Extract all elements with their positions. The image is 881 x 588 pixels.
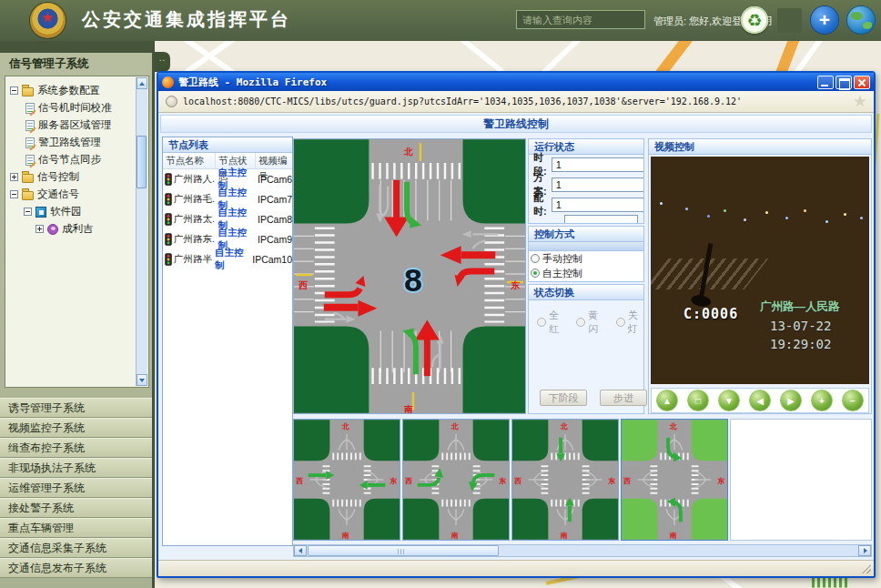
ptz-zoom-out-button[interactable]: − xyxy=(842,390,864,411)
radio-icon[interactable] xyxy=(576,318,585,327)
sidebar-menu-item[interactable]: 非现场执法子系统 xyxy=(0,458,152,478)
tree-item-label[interactable]: 交通信号 xyxy=(37,188,79,201)
sidebar-collapse-tab[interactable]: .. xyxy=(155,52,170,72)
tree-item-label[interactable]: 服务器区域管理 xyxy=(38,118,112,132)
tree: 系统参数配置 信号机时间校准 服务器区域管理 警卫路线管理 信号节点同步 xyxy=(10,82,134,238)
collapse-icon[interactable] xyxy=(10,86,18,95)
node-name[interactable]: 广州路毛... xyxy=(163,193,215,206)
sidebar-menu-item[interactable]: 交通信息发布子系统 xyxy=(0,558,152,578)
scroll-down-icon[interactable] xyxy=(137,374,147,386)
window-titlebar[interactable]: 警卫路线 - Mozilla Firefox xyxy=(158,73,874,91)
app-title: 公安交通集成指挥平台 xyxy=(82,7,291,32)
phase-thumb-1[interactable]: 北 西 东 南 xyxy=(293,419,400,541)
partial-field-input[interactable] xyxy=(564,215,638,224)
tree-item-label[interactable]: 软件园 xyxy=(50,205,82,218)
tree-item-system-params[interactable]: 系统参数配置 xyxy=(10,82,134,99)
phase-thumb-3[interactable]: 北 西 东 南 xyxy=(511,419,619,541)
maximize-button[interactable] xyxy=(835,76,852,89)
field-input[interactable] xyxy=(552,157,644,172)
tree-item-signal-control[interactable]: 信号控制 xyxy=(10,168,134,186)
svg-text:西: 西 xyxy=(405,477,412,485)
node-status[interactable]: 自主控制 xyxy=(212,247,249,272)
radio-icon[interactable] xyxy=(531,269,540,278)
bookmark-star-icon[interactable] xyxy=(854,96,866,108)
ptz-zoom-in-button[interactable]: + xyxy=(811,390,833,411)
refresh-icon[interactable]: ♻ xyxy=(741,6,768,34)
node-name[interactable]: 广州路太... xyxy=(163,213,215,226)
radio-icon[interactable] xyxy=(531,254,540,263)
expand-icon[interactable] xyxy=(35,225,44,233)
node-name[interactable]: 广州路人... xyxy=(163,173,215,186)
ptz-left-button[interactable]: ◀ xyxy=(749,390,771,411)
url-text[interactable]: localhost:8080/CTC-MICS/libs/utcs/guard.… xyxy=(183,96,848,106)
node-row[interactable]: 广州路半... 自主控制 IPCam10 xyxy=(163,249,292,269)
phase-step-button[interactable]: 步进 xyxy=(600,390,647,406)
intersection-diagram: 北 西 东 南 8 xyxy=(293,138,526,414)
tree-item-label[interactable]: 成利吉 xyxy=(62,222,94,236)
field-input[interactable] xyxy=(552,177,644,192)
globe-icon[interactable] xyxy=(847,6,875,34)
node-name[interactable]: 广州路半... xyxy=(163,253,212,266)
apps-grid-icon[interactable] xyxy=(777,8,802,33)
video-feed[interactable]: C:0006 广州路—人民路 13-07-22 19:29:02 xyxy=(651,157,869,384)
state-switch-option[interactable]: 黄闪 xyxy=(576,309,603,336)
tree-item-software-park[interactable]: 软件园 xyxy=(10,203,134,220)
add-icon[interactable]: + xyxy=(811,6,838,34)
horizontal-scrollbar[interactable] xyxy=(293,544,872,557)
tree-item-label[interactable]: 信号控制 xyxy=(37,170,79,184)
state-switch-options: 全红 黄闪 关灯 xyxy=(529,300,643,336)
sidebar-menu-item[interactable]: 接处警子系统 xyxy=(0,498,152,518)
collapse-icon[interactable] xyxy=(10,190,18,198)
control-mode-option[interactable]: 自主控制 xyxy=(529,266,643,280)
radio-icon[interactable] xyxy=(537,318,546,327)
close-button[interactable] xyxy=(854,76,870,89)
tree-item-chengliji[interactable]: 成利吉 xyxy=(10,220,134,238)
tree-item-server-region[interactable]: 服务器区域管理 xyxy=(10,117,134,134)
radio-label[interactable]: 自主控制 xyxy=(542,267,582,280)
scroll-up-icon[interactable] xyxy=(137,77,147,89)
radio-label[interactable]: 手动控制 xyxy=(542,252,582,266)
control-mode-option[interactable]: 手动控制 xyxy=(529,251,643,266)
scroll-left-icon[interactable] xyxy=(294,545,307,556)
scroll-right-icon[interactable] xyxy=(858,545,871,556)
ptz-down-button[interactable]: ▼ xyxy=(718,390,740,411)
sidebar-menu-item[interactable]: 诱导管理子系统 xyxy=(0,398,152,418)
tree-item-traffic-signal[interactable]: 交通信号 xyxy=(10,186,134,203)
sidebar-menu-item[interactable]: 缉查布控子系统 xyxy=(0,438,152,458)
expand-icon[interactable] xyxy=(10,173,18,181)
tree-item-signal-node-sync[interactable]: 信号节点同步 xyxy=(10,151,134,168)
tree-item-label[interactable]: 信号机时间校准 xyxy=(38,101,112,115)
state-switch-buttons: 下阶段 步进 xyxy=(540,390,647,406)
radio-label: 全红 xyxy=(549,309,564,336)
sidebar-menu-item[interactable]: 重点车辆管理 xyxy=(0,518,152,538)
tree-scrollbar[interactable] xyxy=(136,77,147,386)
ptz-right-button[interactable]: ▶ xyxy=(780,390,802,411)
tree-item-label[interactable]: 系统参数配置 xyxy=(37,84,100,97)
phase-thumb-2[interactable]: 北 西 东 南 xyxy=(402,419,510,541)
state-switch-option[interactable]: 全红 xyxy=(537,309,564,336)
sidebar-menu-item[interactable]: 视频监控子系统 xyxy=(0,418,152,438)
svg-text:北: 北 xyxy=(341,422,349,431)
map-background: .. 警卫路线 - Mozilla Firefox localhost:8080… xyxy=(155,41,881,588)
field-input[interactable] xyxy=(552,198,644,212)
phase-thumbnails: 北 西 东 南 xyxy=(293,419,728,542)
scrollbar-thumb[interactable] xyxy=(308,545,499,556)
state-switch-option[interactable]: 关灯 xyxy=(616,309,643,336)
tree-item-label[interactable]: 信号节点同步 xyxy=(38,153,101,167)
collapse-icon[interactable] xyxy=(24,208,32,216)
node-name[interactable]: 广州路东... xyxy=(163,233,215,246)
phase-thumb-4[interactable]: 北 西 东 南 xyxy=(621,419,728,541)
search-input[interactable] xyxy=(516,10,645,29)
resize-grip[interactable] xyxy=(862,564,871,573)
scrollbar-thumb[interactable] xyxy=(137,136,147,188)
phase-step-button[interactable]: 下阶段 xyxy=(540,390,587,406)
sidebar-menu-item[interactable]: 交通信息采集子系统 xyxy=(0,538,152,558)
tree-item-signal-time-calibration[interactable]: 信号机时间校准 xyxy=(10,99,134,117)
sidebar-menu-item[interactable]: 运维管理子系统 xyxy=(0,478,152,498)
ptz-up-button[interactable]: ▲ xyxy=(656,390,678,411)
radio-icon[interactable] xyxy=(616,318,625,327)
tree-item-guard-route[interactable]: 警卫路线管理 xyxy=(10,134,134,151)
ptz-stop-button[interactable]: □ xyxy=(687,390,709,411)
tree-item-label[interactable]: 警卫路线管理 xyxy=(38,136,101,149)
minimize-button[interactable] xyxy=(817,76,834,89)
